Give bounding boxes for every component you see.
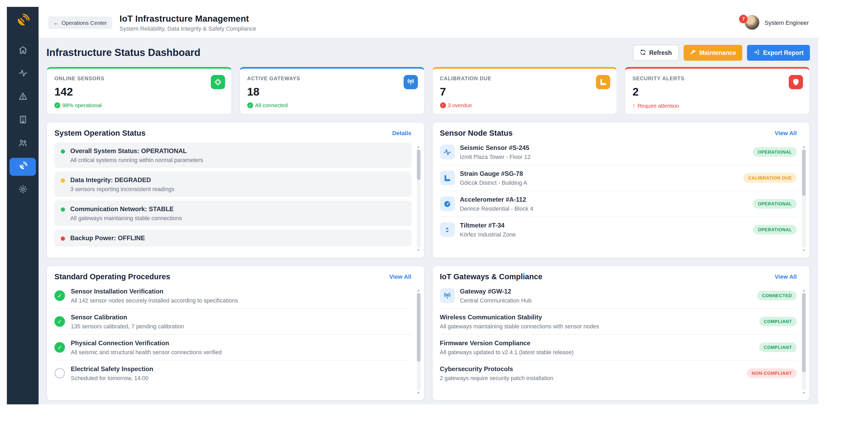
- back-arrow-icon: ←: [53, 19, 59, 26]
- status-badge: OPERATIONAL: [753, 225, 797, 234]
- scroll-down-arrow[interactable]: ▼: [417, 391, 420, 395]
- status-badge: OPERATIONAL: [753, 147, 797, 157]
- sidebar-item-teams[interactable]: [10, 135, 35, 153]
- satellite-dish-icon: [18, 161, 27, 172]
- gateway-desc: Central Communication Hub: [460, 297, 757, 304]
- stat-value: 2: [633, 86, 802, 98]
- scroll-up-arrow[interactable]: ▲: [417, 288, 420, 293]
- sensor-name: Strain Gauge #SG-78: [460, 170, 744, 177]
- status-item-desc: All gateways maintaining stable connecti…: [70, 215, 182, 221]
- scrollbar: ▲ ▼: [801, 288, 806, 395]
- scrollbar-thumb[interactable]: [802, 149, 806, 196]
- stat-value: 18: [247, 86, 417, 98]
- back-button[interactable]: ← Operations Center: [48, 16, 112, 29]
- sidebar-item-settings[interactable]: [10, 181, 35, 199]
- gateway-desc: All gateways maintaining stable connecti…: [440, 323, 759, 329]
- sidebar-item-buildings[interactable]: [10, 111, 35, 129]
- ruler-icon: [596, 75, 611, 89]
- scroll-up-arrow[interactable]: ▲: [802, 145, 805, 149]
- scrollbar-track: [802, 149, 806, 247]
- sensor-name: Accelerometer #A-112: [460, 196, 753, 203]
- checkbox-unchecked-icon[interactable]: [54, 368, 65, 378]
- dashboard-content: Infrastructure Status Dashboard Refresh …: [38, 38, 818, 404]
- sidebar: [7, 7, 38, 404]
- sidebar-nav: [7, 42, 38, 199]
- checkbox-checked-icon[interactable]: ✓: [54, 290, 65, 301]
- gauge-icon: [440, 196, 455, 211]
- scroll-down-arrow[interactable]: ▼: [802, 391, 805, 395]
- sidebar-item-alerts[interactable]: [10, 88, 35, 106]
- sop-row: ✓ Physical Connection Verification All s…: [54, 335, 411, 361]
- status-badge: OPERATIONAL: [753, 199, 797, 208]
- stat-label: ACTIVE GATEWAYS: [247, 75, 417, 81]
- sidebar-item-home[interactable]: [10, 42, 35, 60]
- gateway-desc: All gateways updated to v2.4.1 (latest s…: [440, 349, 759, 355]
- checkbox-checked-icon[interactable]: ✓: [54, 316, 65, 327]
- scroll-up-arrow[interactable]: ▲: [802, 288, 805, 293]
- gateway-title: Gateway #GW-12: [460, 288, 757, 295]
- sop-row: ✓ Sensor Calibration 135 sensors calibra…: [54, 309, 411, 335]
- gateway-row: Cybersecurity Protocols 2 gateways requi…: [440, 361, 797, 386]
- checkbox-checked-icon[interactable]: ✓: [54, 342, 65, 352]
- export-report-button[interactable]: Export Report: [747, 45, 810, 61]
- refresh-button[interactable]: Refresh: [633, 45, 679, 61]
- stat-note-text: All connected: [255, 102, 288, 108]
- wrench-icon: [690, 49, 696, 57]
- status-item-title: Overall System Status: OPERATIONAL: [70, 147, 203, 155]
- stat-note-text: 3 overdue: [448, 102, 472, 108]
- sidebar-item-iot-infrastructure[interactable]: [9, 158, 36, 176]
- scrollbar-thumb[interactable]: [802, 293, 806, 372]
- scrollbar-track: [802, 293, 806, 390]
- stat-label: SECURITY ALERTS: [633, 75, 802, 81]
- status-dot-green: [61, 149, 65, 154]
- scrollbar-thumb[interactable]: [416, 149, 420, 180]
- status-badge: CONNECTED: [757, 291, 797, 300]
- refresh-icon: [640, 49, 646, 57]
- refresh-button-label: Refresh: [649, 49, 672, 56]
- gateway-desc: 2 gateways require security patch instal…: [440, 375, 747, 381]
- sop-title: Electrical Safety Inspection: [71, 365, 411, 373]
- sensor-row: Accelerometer #A-112 Derince Residential…: [440, 191, 797, 217]
- scrollbar-track: [416, 149, 420, 247]
- sidebar-item-monitoring[interactable]: [10, 65, 35, 83]
- system-status-item: Backup Power: OFFLINE: [54, 230, 411, 246]
- scroll-down-arrow[interactable]: ▼: [417, 248, 420, 252]
- system-status-list: Overall System Status: OPERATIONAL All c…: [54, 142, 411, 246]
- sensor-row: Strain Gauge #SG-78 Gölcük District - Bu…: [440, 165, 797, 191]
- main-area: ← Operations Center IoT Infrastructure M…: [38, 7, 818, 404]
- sensor-location: Körfez Industrial Zone: [460, 231, 753, 238]
- status-item-title: Data Integrity: DEGRADED: [70, 176, 174, 184]
- status-item-title: Communication Network: STABLE: [70, 205, 182, 213]
- app-subtitle: System Reliability, Data Integrity & Saf…: [120, 25, 256, 31]
- scroll-down-arrow[interactable]: ▼: [802, 248, 805, 252]
- scrollbar: ▲ ▼: [801, 145, 806, 252]
- panel-head: Standard Operating Procedures View All: [54, 272, 411, 281]
- broadcast-icon: [403, 75, 417, 89]
- panel-title: IoT Gateways & Compliance: [440, 272, 542, 281]
- tilt-icon: [440, 222, 455, 237]
- sensor-location: Gölcük District - Building A: [460, 179, 744, 186]
- stat-card-calibration-due: CALIBRATION DUE 7 ! 3 overdue: [432, 67, 617, 114]
- sensor-name: Seismic Sensor #S-245: [460, 144, 753, 151]
- stat-note-text: Require attention: [638, 103, 679, 108]
- panels-grid: System Operation Status Details Overall …: [46, 122, 810, 401]
- status-item-desc: All critical systems running within norm…: [70, 157, 203, 163]
- stat-label: CALIBRATION DUE: [440, 75, 610, 81]
- status-badge: COMPLIANT: [759, 343, 797, 352]
- system-status-item: Communication Network: STABLE All gatewa…: [54, 201, 411, 226]
- stat-note-text: 98% operational: [62, 102, 102, 108]
- panel-head: System Operation Status Details: [54, 129, 411, 137]
- status-item-desc: 3 sensors reporting inconsistent reading…: [70, 186, 174, 192]
- scrollbar-thumb[interactable]: [416, 293, 420, 362]
- sop-title: Sensor Installation Verification: [71, 288, 411, 295]
- panel-title: Sensor Node Status: [440, 129, 513, 137]
- view-all-link[interactable]: View All: [775, 273, 797, 280]
- view-all-link[interactable]: View All: [390, 273, 411, 280]
- notification-badge[interactable]: 7: [739, 14, 748, 23]
- title-block: IoT Infrastructure Management System Rel…: [120, 13, 256, 31]
- sop-desc: All 142 sensor nodes securely installed …: [71, 297, 411, 304]
- details-link[interactable]: Details: [392, 130, 411, 136]
- maintenance-button[interactable]: Maintenance: [683, 45, 742, 61]
- scroll-up-arrow[interactable]: ▲: [417, 145, 420, 149]
- view-all-link[interactable]: View All: [775, 130, 797, 136]
